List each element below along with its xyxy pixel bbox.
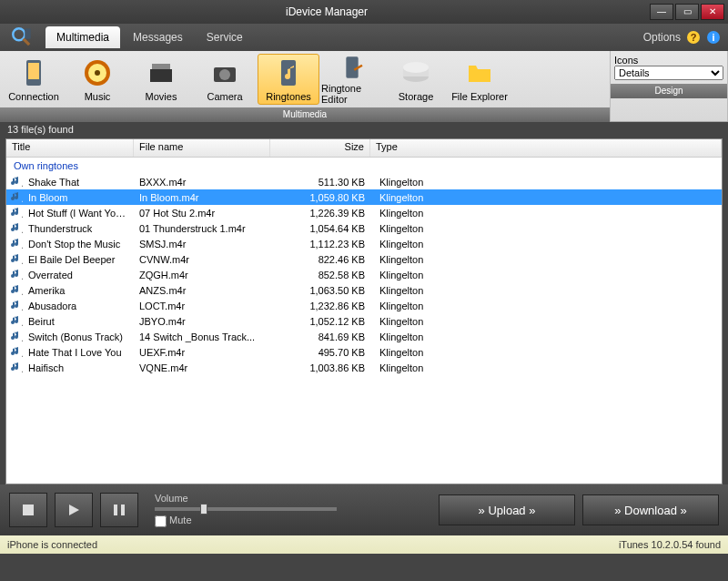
table-row[interactable]: Shake ThatBXXX.m4r511.30 KBKlingelton [6, 174, 722, 189]
ribbon-item-ringtones[interactable]: Ringtones [258, 54, 319, 105]
ribbon-group-design: Icons Details Design [611, 51, 728, 121]
col-header-size[interactable]: Size [270, 139, 370, 157]
table-row[interactable]: Don't Stop the MusicSMSJ.m4r1,112.23 KBK… [6, 236, 722, 251]
cell-type: Klingelton [370, 222, 722, 235]
ribbon-item-camera[interactable]: Camera [194, 54, 256, 105]
svg-marker-23 [69, 505, 79, 515]
cell-type: Klingelton [370, 238, 722, 250]
tab-messages[interactable]: Messages [122, 26, 194, 48]
cell-filename: ANZS.m4r [134, 284, 270, 297]
upload-button[interactable]: » Upload » [439, 494, 575, 525]
stop-button[interactable] [9, 493, 47, 527]
ribbon-item-movies[interactable]: Movies [130, 54, 192, 105]
cell-type: Klingelton [370, 362, 722, 374]
download-button[interactable]: » Download » [582, 494, 719, 525]
table-row[interactable]: Switch (Bonus Track)14 Switch _Bonus Tra… [6, 329, 722, 344]
tab-service[interactable]: Service [196, 26, 254, 48]
svg-point-11 [95, 70, 100, 76]
music-note-icon [10, 238, 21, 249]
cell-type: Klingelton [370, 269, 722, 281]
cell-title: El Baile Del Beeper [23, 253, 134, 266]
icons-view-select[interactable]: Details [614, 66, 723, 80]
explorer-icon [463, 56, 496, 89]
svg-point-15 [219, 69, 230, 80]
music-icon [81, 56, 114, 89]
cell-type: Klingelton [370, 284, 722, 297]
play-button[interactable] [55, 493, 93, 527]
table-row[interactable]: Thunderstruck01 Thunderstruck 1.m4r1,054… [6, 220, 722, 236]
music-note-icon [10, 315, 21, 326]
col-header-filename[interactable]: File name [134, 139, 270, 157]
menubar: Multimedia Messages Service Options ? i [0, 24, 728, 51]
col-header-type[interactable]: Type [370, 139, 722, 157]
cell-filename: ZQGH.m4r [134, 269, 270, 281]
music-note-icon [10, 222, 21, 233]
mute-label: Mute [169, 515, 191, 525]
ribbon-item-storage[interactable]: Storage [385, 54, 447, 105]
table-row[interactable]: OverratedZQGH.m4r852.58 KBKlingelton [6, 267, 722, 282]
player-bar: Volume Mute » Upload » » Download » [0, 484, 728, 535]
cell-type: Klingelton [370, 191, 722, 204]
music-note-icon [10, 331, 21, 341]
cell-type: Klingelton [370, 331, 722, 343]
table-row[interactable]: Hot Stuff (I Want You ...07 Hot Stu 2.m4… [6, 205, 722, 220]
tab-multimedia[interactable]: Multimedia [46, 26, 120, 48]
help-icon[interactable]: ? [686, 30, 701, 45]
movies-icon [145, 56, 177, 89]
volume-slider[interactable] [155, 507, 337, 511]
svg-rect-24 [114, 505, 117, 515]
info-icon[interactable]: i [706, 30, 721, 45]
ribbon-item-label: Music [85, 91, 111, 102]
file-list-body[interactable]: Own ringtones Shake ThatBXXX.m4r511.30 K… [6, 158, 722, 484]
maximize-button[interactable]: ▭ [675, 4, 699, 20]
cell-title: Switch (Bonus Track) [23, 331, 134, 343]
cell-type: Klingelton [370, 300, 722, 312]
ribbon-item-label: File Explorer [451, 91, 508, 102]
cell-title: Abusadora [23, 300, 134, 312]
file-list-header: Title File name Size Type [6, 139, 722, 158]
ribbon-item-label: Camera [207, 91, 242, 102]
cell-size: 841.69 KB [270, 331, 370, 343]
file-count-status: 13 file(s) found [0, 122, 728, 138]
ribbon-item-label: Ringtone Editor [321, 83, 383, 105]
ribbon-item-connection[interactable]: Connection [3, 54, 65, 105]
ribbon-item-file-explorer[interactable]: File Explorer [449, 54, 511, 105]
cell-type: Klingelton [370, 315, 722, 328]
cell-size: 852.58 KB [270, 269, 370, 281]
table-row[interactable]: In BloomIn Bloom.m4r1,059.80 KBKlingelto… [6, 189, 722, 205]
svg-point-21 [403, 62, 429, 73]
cell-title: Don't Stop the Music [23, 238, 134, 250]
cell-size: 822.46 KB [270, 253, 370, 266]
table-row[interactable]: AbusadoraLOCT.m4r1,232.86 KBKlingelton [6, 298, 722, 313]
pause-button[interactable] [100, 493, 138, 527]
ribbon-item-ringtone-editor[interactable]: Ringtone Editor [321, 54, 383, 105]
cell-size: 1,232.86 KB [270, 300, 370, 312]
table-row[interactable]: HaifischVQNE.m4r1,003.86 KBKlingelton [6, 360, 722, 375]
volume-slider-thumb[interactable] [200, 504, 207, 515]
cell-size: 1,063.50 KB [270, 284, 370, 297]
cell-size: 1,054.64 KB [270, 222, 370, 235]
ringedit-icon [336, 54, 369, 81]
options-link[interactable]: Options [643, 31, 681, 44]
table-row[interactable]: AmerikaANZS.m4r1,063.50 KBKlingelton [6, 282, 722, 298]
cell-size: 511.30 KB [270, 176, 370, 189]
window-buttons: — ▭ ✕ [650, 4, 724, 20]
storage-icon [399, 56, 432, 89]
table-row[interactable]: Hate That I Love YouUEXF.m4r495.70 KBKli… [6, 344, 722, 360]
cell-title: In Bloom [23, 191, 134, 204]
ribbon-item-label: Ringtones [266, 91, 311, 102]
svg-rect-22 [23, 505, 34, 515]
ribbon-item-music[interactable]: Music [66, 54, 128, 105]
design-group-label: Design [611, 84, 727, 98]
ribbon-item-label: Storage [399, 91, 434, 102]
table-row[interactable]: BeirutJBYO.m4r1,052.12 KBKlingelton [6, 313, 722, 329]
section-own-ringtones[interactable]: Own ringtones [6, 158, 722, 174]
table-row[interactable]: El Baile Del BeeperCVNW.m4r822.46 KBKlin… [6, 251, 722, 267]
mute-checkbox[interactable] [155, 515, 167, 527]
minimize-button[interactable]: — [650, 4, 673, 20]
close-button[interactable]: ✕ [701, 4, 724, 20]
svg-text:i: i [712, 32, 714, 43]
cell-title: Amerika [23, 284, 134, 297]
cell-filename: VQNE.m4r [134, 362, 270, 374]
col-header-title[interactable]: Title [6, 139, 134, 157]
